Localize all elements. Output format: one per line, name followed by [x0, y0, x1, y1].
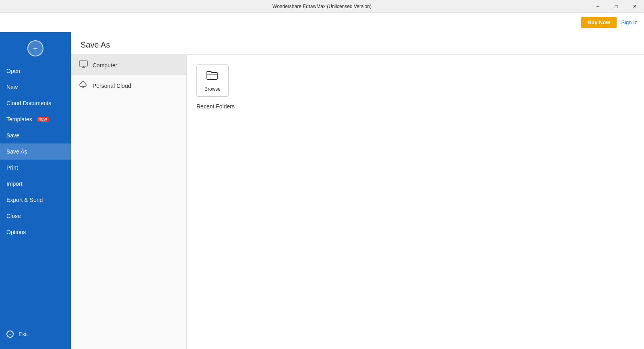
sidebar-label-print: Print [6, 164, 18, 171]
sidebar-label-import: Import [6, 181, 23, 187]
sidebar-label-open: Open [6, 68, 20, 74]
sub-nav-personal-cloud-label: Personal Cloud [93, 83, 131, 89]
sign-in-button[interactable]: Sign In [621, 19, 638, 25]
sidebar: ← Open New Cloud Documents Templates NEW… [0, 32, 71, 349]
browse-button[interactable]: Browse [196, 64, 229, 97]
sidebar-item-exit[interactable]: – Exit [0, 326, 71, 343]
sidebar-label-cloud-documents: Cloud Documents [6, 100, 51, 106]
window-controls: – □ ✕ [588, 0, 644, 12]
sidebar-item-save-as[interactable]: Save As [0, 143, 71, 160]
title-bar: Wondershare EdrawMax (Unlicensed Version… [0, 0, 644, 13]
sub-nav-personal-cloud[interactable]: Personal Cloud [71, 75, 186, 96]
sidebar-item-new[interactable]: New [0, 79, 71, 95]
sub-nav-computer[interactable]: Computer [71, 55, 186, 75]
sidebar-item-save[interactable]: Save [0, 127, 71, 143]
app-title: Wondershare EdrawMax (Unlicensed Version… [272, 4, 372, 9]
content-area: Save As Computer [71, 32, 644, 349]
sidebar-item-open[interactable]: Open [0, 63, 71, 79]
sidebar-item-options[interactable]: Options [0, 224, 71, 240]
sidebar-label-export-send: Export & Send [6, 197, 43, 203]
buy-now-button[interactable]: Buy Now [581, 17, 617, 28]
browse-label: Browse [204, 86, 221, 92]
recent-folders-label: Recent Folders [196, 103, 634, 110]
cloud-icon [79, 81, 88, 90]
sidebar-label-exit: Exit [19, 331, 28, 337]
sidebar-item-cloud-documents[interactable]: Cloud Documents [0, 95, 71, 111]
sidebar-label-close: Close [6, 213, 21, 219]
sidebar-label-save-as: Save As [6, 148, 27, 155]
close-button[interactable]: ✕ [625, 0, 644, 13]
exit-icon: – [6, 330, 14, 338]
app-header: Buy Now Sign In [0, 13, 644, 32]
folder-open-icon [206, 70, 219, 84]
sidebar-item-print[interactable]: Print [0, 160, 71, 176]
content-header: Save As [71, 32, 644, 55]
app-body: ← Open New Cloud Documents Templates NEW… [0, 32, 644, 349]
computer-icon [79, 60, 88, 70]
sidebar-item-close[interactable]: Close [0, 208, 71, 224]
maximize-button[interactable]: □ [607, 0, 625, 13]
sub-nav: Computer Personal Cloud [71, 55, 187, 349]
templates-new-badge: NEW [37, 117, 49, 122]
sidebar-label-save: Save [6, 132, 19, 139]
back-button[interactable]: ← [27, 40, 43, 56]
minimize-button[interactable]: – [588, 0, 607, 13]
sidebar-label-new: New [6, 84, 18, 90]
sidebar-item-import[interactable]: Import [0, 176, 71, 192]
page-title: Save As [80, 40, 634, 50]
sidebar-label-templates: Templates [6, 116, 32, 123]
sub-nav-computer-label: Computer [93, 62, 117, 69]
sidebar-item-export-send[interactable]: Export & Send [0, 192, 71, 208]
sidebar-label-options: Options [6, 229, 26, 235]
content-body: Computer Personal Cloud [71, 55, 644, 349]
sidebar-item-templates[interactable]: Templates NEW [0, 111, 71, 127]
main-panel: Browse Recent Folders [187, 55, 644, 349]
back-arrow-icon: ← [32, 45, 39, 52]
svg-rect-0 [79, 61, 87, 66]
